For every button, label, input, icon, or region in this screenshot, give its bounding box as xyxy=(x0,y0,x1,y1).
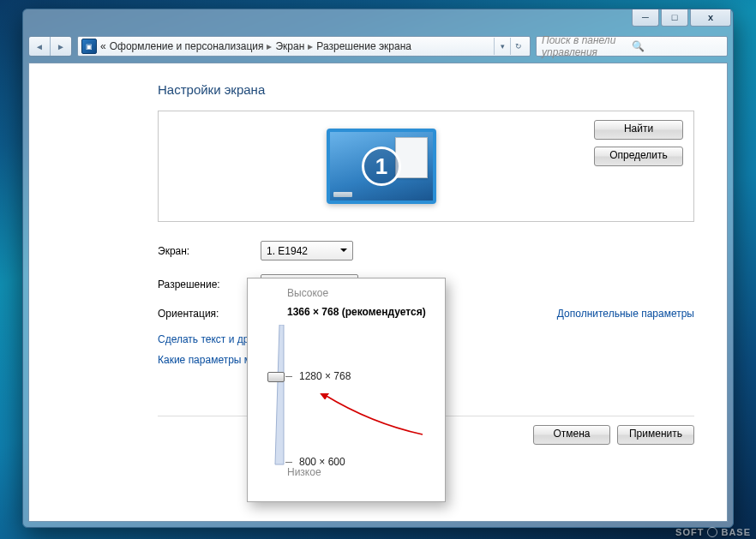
breadcrumb-part-3[interactable]: Разрешение экрана xyxy=(316,40,411,52)
slider-value-min: 800 × 600 xyxy=(299,456,345,468)
breadcrumb-prefix: « xyxy=(100,40,106,52)
find-button[interactable]: Найти xyxy=(594,120,683,140)
watermark-a: SOFT xyxy=(675,528,704,537)
search-input[interactable]: Поиск в панели управления 🔍 xyxy=(536,36,728,57)
slider-recommended-label: 1366 × 768 (рекомендуется) xyxy=(287,306,433,318)
refresh-button[interactable]: ↻ xyxy=(510,38,526,55)
cancel-button[interactable]: Отмена xyxy=(533,425,610,445)
watermark-b: BASE xyxy=(721,528,751,537)
screen-label: Экран: xyxy=(158,245,261,257)
identify-button[interactable]: Определить xyxy=(594,147,683,166)
slider-tick-min xyxy=(285,462,292,463)
breadcrumb-sep-1: ▸ xyxy=(267,40,272,52)
window-controls: ─ □ x xyxy=(630,9,731,27)
monitor-number: 1 xyxy=(362,147,401,186)
search-placeholder: Поиск в панели управления xyxy=(542,34,632,58)
nav-arrows: ◄ ► xyxy=(28,36,72,57)
monitor-preview[interactable]: 1 xyxy=(169,120,594,213)
apply-button[interactable]: Применить xyxy=(617,425,694,445)
watermark-icon xyxy=(707,527,717,537)
slider-track xyxy=(273,325,285,466)
address-dropdown-button[interactable]: ▾ xyxy=(494,38,510,55)
slider-value-current: 1280 × 768 xyxy=(299,370,351,382)
screen-select[interactable]: 1. E1942 xyxy=(261,241,353,261)
control-panel-icon: ▣ xyxy=(81,39,97,54)
resolution-label: Разрешение: xyxy=(158,278,261,290)
slider-high-label: Высокое xyxy=(287,287,433,299)
resolution-slider[interactable]: 1280 × 768 800 × 600 xyxy=(268,325,433,466)
search-icon[interactable]: 🔍 xyxy=(632,40,722,52)
resolution-slider-popup: Высокое 1366 × 768 (рекомендуется) 1280 … xyxy=(247,278,446,502)
advanced-settings-link[interactable]: Дополнительные параметры xyxy=(557,308,694,320)
breadcrumb-part-2[interactable]: Экран xyxy=(275,40,304,52)
address-bar[interactable]: ▣ « Оформление и персонализация ▸ Экран … xyxy=(77,36,531,57)
orientation-label: Ориентация: xyxy=(158,308,261,320)
slider-thumb[interactable] xyxy=(267,372,285,382)
maximize-button[interactable]: □ xyxy=(661,9,688,27)
close-button[interactable]: x xyxy=(690,9,731,27)
page-title: Настройки экрана xyxy=(158,82,694,97)
navigation-bar: ◄ ► ▣ « Оформление и персонализация ▸ Эк… xyxy=(28,33,728,59)
screen-select-value: 1. E1942 xyxy=(267,245,308,257)
monitor-1[interactable]: 1 xyxy=(327,129,436,204)
svg-marker-0 xyxy=(275,325,284,464)
breadcrumb-sep-2: ▸ xyxy=(308,40,313,52)
breadcrumb-part-1[interactable]: Оформление и персонализация xyxy=(110,40,264,52)
slider-tick-current xyxy=(285,376,292,377)
back-button[interactable]: ◄ xyxy=(29,37,50,56)
watermark: SOFT BASE xyxy=(675,527,751,537)
display-preview-box: 1 Найти Определить xyxy=(158,111,694,222)
annotation-arrow xyxy=(320,393,431,445)
minimize-button[interactable]: ─ xyxy=(632,9,659,27)
forward-button[interactable]: ► xyxy=(50,37,71,56)
slider-low-label: Низкое xyxy=(287,466,433,478)
